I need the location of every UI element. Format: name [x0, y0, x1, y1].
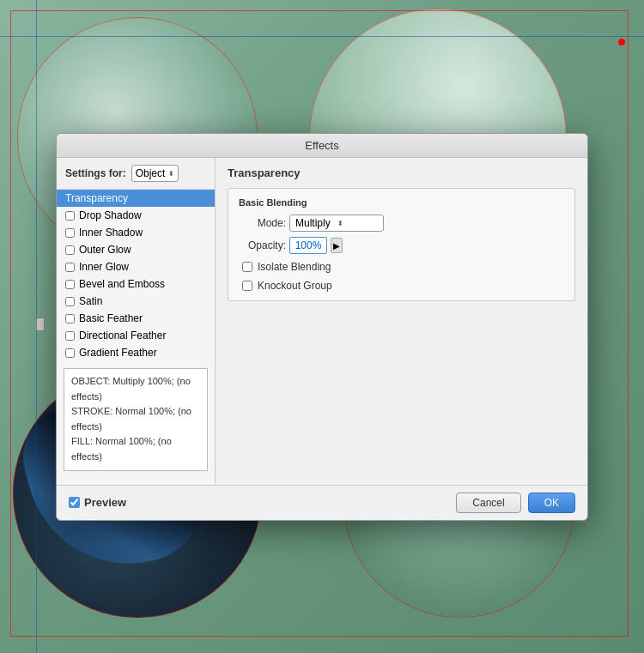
gradient-feather-label: Gradient Feather [79, 347, 157, 359]
dropdown-arrow-icon: ⬍ [168, 170, 174, 178]
bevel-emboss-checkbox[interactable] [65, 280, 75, 289]
ok-button[interactable]: OK [528, 493, 575, 513]
effect-item-outer-glow[interactable]: Outer Glow [57, 241, 215, 258]
mode-value: Multiply [295, 217, 331, 229]
bevel-emboss-label: Bevel and Emboss [79, 278, 165, 290]
opacity-row: Opacity: ▶ [239, 237, 564, 254]
outer-glow-checkbox[interactable] [65, 245, 75, 255]
resize-handle[interactable] [36, 317, 45, 331]
summary-line3: FILL: Normal 100%; (no effects) [71, 434, 200, 464]
canvas-guide-horizontal [0, 36, 644, 37]
effect-item-inner-shadow[interactable]: Inner Shadow [57, 224, 215, 241]
isolate-blending-label: Isolate Blending [258, 261, 331, 273]
mode-dropdown-arrow-icon: ⬍ [337, 220, 343, 227]
effect-item-satin[interactable]: Satin [57, 293, 215, 310]
isolate-blending-checkbox[interactable] [242, 262, 252, 272]
left-panel: Settings for: Object ⬍ Transparency Drop… [57, 158, 216, 485]
dialog-footer: Preview Cancel OK [57, 485, 587, 520]
dialog-body: Settings for: Object ⬍ Transparency Drop… [57, 158, 587, 485]
drop-shadow-checkbox[interactable] [65, 211, 75, 221]
settings-for-row: Settings for: Object ⬍ [57, 158, 215, 190]
mode-label: Mode: [239, 217, 286, 229]
preview-row: Preview [69, 496, 126, 509]
mode-dropdown[interactable]: Multiply ⬍ [289, 215, 384, 232]
knockout-group-row: Knockout Group [239, 280, 564, 292]
settings-for-dropdown[interactable]: Object ⬍ [131, 165, 179, 182]
effect-item-gradient-feather[interactable]: Gradient Feather [57, 344, 215, 361]
opacity-label: Opacity: [239, 239, 286, 251]
right-panel: Transparency Basic Blending Mode: Multip… [216, 158, 587, 485]
satin-label: Satin [79, 295, 102, 307]
gradient-feather-checkbox[interactable] [65, 348, 75, 358]
anchor-point [618, 39, 625, 45]
summary-box: OBJECT: Multiply 100%; (no effects) STRO… [64, 368, 208, 471]
isolate-blending-row: Isolate Blending [239, 261, 564, 273]
mode-row: Mode: Multiply ⬍ [239, 215, 564, 232]
effect-item-bevel-emboss[interactable]: Bevel and Emboss [57, 275, 215, 293]
knockout-group-label: Knockout Group [258, 280, 332, 292]
preview-label: Preview [84, 496, 126, 509]
directional-feather-checkbox[interactable] [65, 331, 75, 341]
effect-item-inner-glow[interactable]: Inner Glow [57, 258, 215, 275]
inner-shadow-checkbox[interactable] [65, 228, 75, 238]
opacity-input[interactable] [289, 237, 327, 254]
summary-line2: STROKE: Normal 100%; (no effects) [71, 404, 200, 434]
footer-buttons: Cancel OK [456, 493, 575, 513]
outer-glow-label: Outer Glow [79, 244, 131, 256]
settings-for-label: Settings for: [65, 167, 126, 179]
panel-title: Transparency [228, 166, 575, 179]
inner-shadow-label: Inner Shadow [79, 227, 143, 239]
drop-shadow-label: Drop Shadow [79, 209, 142, 221]
satin-checkbox[interactable] [65, 297, 75, 306]
basic-feather-label: Basic Feather [79, 312, 143, 324]
effect-item-basic-feather[interactable]: Basic Feather [57, 310, 215, 327]
directional-feather-label: Directional Feather [79, 330, 166, 342]
effects-list: Transparency Drop Shadow Inner Shadow Ou… [57, 190, 215, 361]
inner-glow-label: Inner Glow [79, 261, 129, 273]
basic-blending-group: Basic Blending Mode: Multiply ⬍ Opacity:… [228, 188, 575, 301]
basic-feather-checkbox[interactable] [65, 314, 75, 323]
inner-glow-checkbox[interactable] [65, 263, 75, 272]
effects-dialog: Effects Settings for: Object ⬍ Transpare… [56, 133, 588, 521]
summary-line1: OBJECT: Multiply 100%; (no effects) [71, 374, 200, 404]
knockout-group-checkbox[interactable] [242, 281, 252, 291]
settings-for-value: Object [136, 167, 166, 179]
preview-checkbox[interactable] [69, 497, 80, 508]
effect-item-directional-feather[interactable]: Directional Feather [57, 327, 215, 344]
dialog-title: Effects [305, 139, 339, 152]
effect-item-transparency[interactable]: Transparency [57, 190, 215, 207]
transparency-label: Transparency [65, 192, 128, 204]
cancel-button[interactable]: Cancel [456, 493, 520, 513]
dialog-titlebar: Effects [57, 134, 587, 158]
effect-item-drop-shadow[interactable]: Drop Shadow [57, 207, 215, 224]
group-title: Basic Blending [239, 197, 564, 208]
opacity-stepper[interactable]: ▶ [331, 238, 343, 253]
